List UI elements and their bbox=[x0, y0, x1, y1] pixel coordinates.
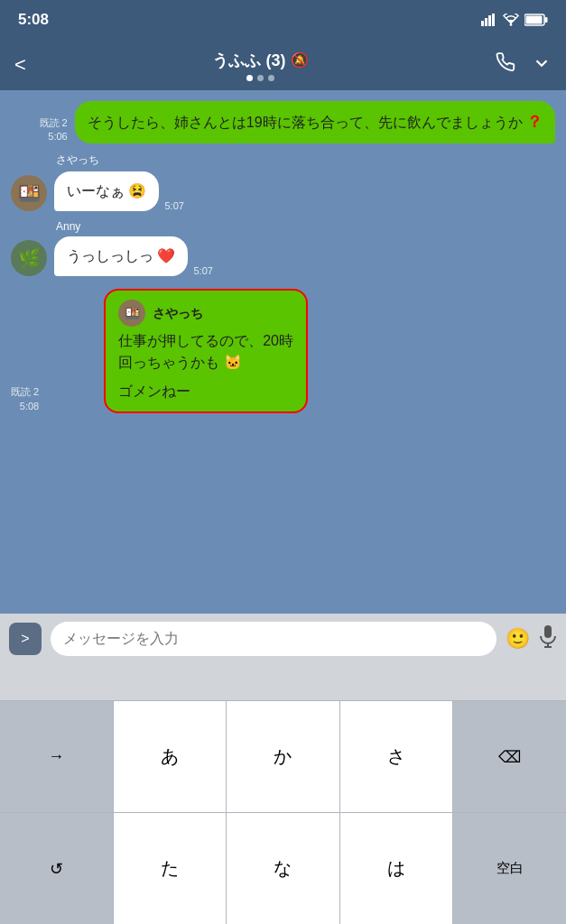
read-status-1: 既読 2 bbox=[40, 116, 68, 130]
expand-button[interactable]: > bbox=[9, 623, 42, 655]
call-icon[interactable] bbox=[496, 52, 515, 78]
time-3: 5:07 bbox=[193, 265, 212, 276]
chat-area: 既読 2 5:06 そうしたら、姉さんとは19時に落ち合って、先に飲んでましょう… bbox=[0, 90, 566, 614]
svg-rect-2 bbox=[488, 15, 491, 26]
nav-dot-1 bbox=[246, 75, 253, 81]
key-na[interactable]: な bbox=[227, 813, 340, 924]
expand-icon[interactable] bbox=[532, 53, 552, 77]
key-ka[interactable]: か bbox=[227, 701, 340, 812]
bubble-1: そうしたら、姉さんとは19時に落ち合って、先に飲んでましょうか ？ bbox=[75, 101, 555, 143]
msg-content-2: さやっち いーなぁ 😫 5:07 bbox=[54, 152, 184, 211]
message-row-4: 既読 2 5:08 🍱 さやっち 仕事が押してるので、20時 回っちゃうかも 🐱… bbox=[11, 289, 555, 413]
keyboard: → あ か さ ⌫ ↺ た な は 空白 bbox=[0, 664, 566, 924]
nav-right-icons bbox=[496, 52, 552, 78]
status-time: 5:08 bbox=[18, 11, 49, 29]
message-row-2: 🍱 さやっち いーなぁ 😫 5:07 bbox=[11, 152, 555, 211]
keyboard-row-2: ↺ た な は 空白 bbox=[0, 812, 566, 924]
emoji-button[interactable]: 🙂 bbox=[506, 627, 530, 651]
key-a[interactable]: あ bbox=[114, 701, 227, 812]
sender-name-2: さやっち bbox=[56, 152, 184, 168]
keyboard-spacer bbox=[0, 664, 566, 700]
nav-center: うふふ (3) 🔕 bbox=[212, 50, 309, 81]
nav-dots bbox=[246, 75, 274, 81]
keyboard-row-1: → あ か さ ⌫ bbox=[0, 700, 566, 812]
question-mark: ？ bbox=[526, 113, 543, 131]
avatar-sayacchi-1: 🍱 bbox=[11, 175, 47, 211]
highlighted-text-2: 回っちゃうかも 🐱 bbox=[118, 352, 293, 374]
status-icons bbox=[481, 14, 548, 26]
nav-dot-3 bbox=[268, 75, 274, 81]
svg-rect-0 bbox=[481, 21, 484, 26]
message-input[interactable] bbox=[51, 622, 496, 656]
avatar-sayacchi-2: 🍱 bbox=[118, 300, 145, 327]
svg-rect-7 bbox=[545, 17, 548, 23]
battery-icon bbox=[524, 14, 548, 26]
highlighted-header: 🍱 さやっち bbox=[118, 300, 293, 327]
status-bar: 5:08 bbox=[0, 0, 566, 40]
read-status-4: 既読 2 bbox=[11, 385, 39, 399]
wifi-icon bbox=[503, 14, 519, 26]
mute-icon: 🔕 bbox=[291, 51, 309, 69]
bubble-2: いーなぁ 😫 bbox=[54, 171, 159, 211]
nav-bar: < うふふ (3) 🔕 bbox=[0, 40, 566, 90]
signal-icon bbox=[481, 14, 497, 26]
avatar-anny: 🌿 bbox=[11, 240, 47, 276]
svg-rect-8 bbox=[544, 625, 552, 638]
input-area: > 🙂 bbox=[0, 614, 566, 664]
highlighted-sender-name: さやっち bbox=[153, 304, 203, 323]
key-arrow-right[interactable]: → bbox=[0, 701, 114, 812]
highlighted-text-3: ゴメンねー bbox=[118, 381, 293, 402]
mic-button[interactable] bbox=[539, 624, 557, 653]
nav-dot-2 bbox=[257, 75, 264, 81]
highlighted-text-1: 仕事が押してるので、20時 bbox=[118, 330, 293, 352]
time-1: 5:06 bbox=[48, 131, 67, 142]
svg-rect-1 bbox=[485, 18, 487, 26]
svg-point-4 bbox=[510, 23, 513, 26]
message-row-3: 🌿 Anny うっしっしっ ❤️ 5:07 bbox=[11, 220, 555, 276]
sender-name-3: Anny bbox=[56, 220, 213, 233]
msg-meta-1: 既読 2 5:06 bbox=[40, 116, 68, 142]
highlighted-bubble-4: 🍱 さやっち 仕事が押してるので、20時 回っちゃうかも 🐱 ゴメンねー bbox=[104, 289, 308, 413]
chat-title: うふふ (3) 🔕 bbox=[212, 50, 309, 71]
msg-content-3: Anny うっしっしっ ❤️ 5:07 bbox=[54, 220, 213, 276]
key-sa[interactable]: さ bbox=[340, 701, 454, 812]
svg-rect-3 bbox=[492, 14, 495, 26]
message-row-1: 既読 2 5:06 そうしたら、姉さんとは19時に落ち合って、先に飲んでましょう… bbox=[11, 101, 555, 143]
back-button[interactable]: < bbox=[14, 53, 26, 77]
svg-rect-6 bbox=[526, 16, 543, 24]
key-undo[interactable]: ↺ bbox=[0, 813, 114, 924]
key-space[interactable]: 空白 bbox=[453, 813, 566, 924]
key-backspace[interactable]: ⌫ bbox=[453, 701, 566, 812]
time-4: 5:08 bbox=[20, 401, 39, 411]
bubble-3: うっしっしっ ❤️ bbox=[54, 236, 188, 276]
key-ta[interactable]: た bbox=[114, 813, 227, 924]
time-2: 5:07 bbox=[164, 200, 183, 211]
key-ha[interactable]: は bbox=[340, 813, 454, 924]
